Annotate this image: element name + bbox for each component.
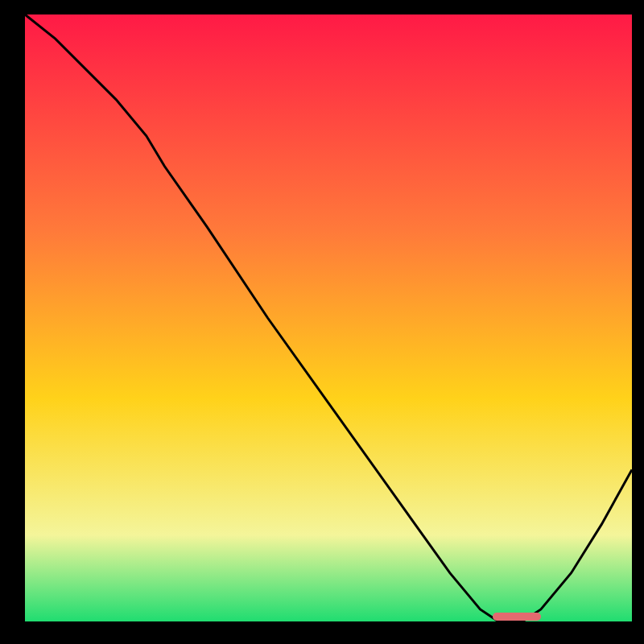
gradient-background bbox=[12, 14, 632, 634]
x-axis bbox=[12, 621, 632, 634]
chart-frame: TheBottleneck.com bbox=[12, 14, 632, 634]
bottleneck-curve-plot bbox=[12, 14, 632, 634]
optimal-range-marker bbox=[493, 613, 541, 621]
y-axis bbox=[12, 14, 25, 634]
